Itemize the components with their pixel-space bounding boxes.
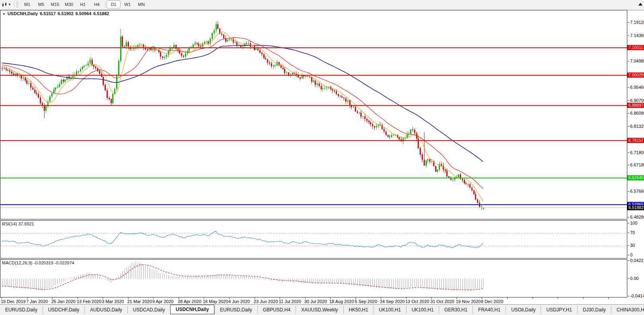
tab-usdcnh-daily[interactable]: USDCNH,Daily: [170, 305, 214, 314]
price-tick-label: 6.95460: [630, 85, 644, 90]
date-tick: [558, 297, 558, 299]
date-tick: [583, 297, 584, 299]
macd-tick-label: 0.042275: [630, 258, 644, 263]
candlestick-glyph: [2, 2, 7, 7]
hline-price-label: 6.88897: [627, 103, 644, 108]
date-label: 13 Feb 2020: [77, 299, 101, 304]
price-tick-label: 7.19120: [630, 20, 644, 25]
timeframe-button-h1[interactable]: H1: [76, 0, 90, 8]
chart-type-icon[interactable]: [1, 2, 8, 7]
mt4-window: ▼ M1M5M15M30H1H4D1W1MN ▼USDCNH,Daily6.51…: [0, 0, 644, 315]
hline-price-label: 6.62646: [627, 175, 644, 180]
date-label: 9 Apr 2020: [152, 299, 173, 304]
tab-eurusd-daily[interactable]: EURUSD,Daily: [214, 306, 257, 314]
rsi-canvas[interactable]: [0, 221, 627, 258]
tab-ger30-h1[interactable]: GER30,H1: [439, 306, 473, 314]
tab-usdcad-daily[interactable]: USDCAD,Daily: [127, 306, 170, 314]
rsi-tick-label: 0: [630, 252, 632, 257]
date-tick: [608, 297, 609, 299]
date-tick: [507, 297, 508, 299]
chevron-down-icon[interactable]: ▼: [8, 3, 11, 6]
chart-symbol: USDCNH,Daily: [8, 11, 38, 16]
macd-label: MACD(12,26,9) -0.020319 -0.022974: [2, 260, 74, 265]
price-tick-label: 6.57660: [630, 189, 644, 194]
date-label: 8 Dec 2020: [481, 299, 503, 304]
date-label: 21 Mar 2020: [127, 299, 152, 304]
price-chart-canvas[interactable]: [0, 10, 627, 219]
tab-usdchf-daily[interactable]: USDCHF,Daily: [43, 306, 85, 314]
tab-fra40-h1[interactable]: FRA40,H1: [473, 306, 506, 314]
chart-title: ▼USDCNH,Daily6.515176.519026.509646.5188…: [2, 11, 109, 16]
toolbar-separator: [14, 1, 14, 8]
ohlc-low: 6.50964: [76, 11, 91, 16]
tab-gbpusd-h4[interactable]: GBPUSD,H4: [257, 306, 296, 314]
rsi-tick-label: 100: [630, 221, 637, 225]
tab-dj30-daily[interactable]: DJ30,Daily: [577, 306, 611, 314]
price-tick-label: 7.14360: [630, 33, 644, 38]
rsi-label: RSI(14) 37.6921: [2, 221, 34, 226]
hline-price-label: 7.00029: [627, 72, 644, 78]
timeframe-button-m5[interactable]: M5: [34, 0, 48, 8]
macd-tick-label: 0.00: [630, 276, 638, 281]
timeframe-button-mn[interactable]: MN: [134, 0, 148, 8]
bid-price-label: 6.51882: [627, 205, 644, 210]
toolbar-separator: [105, 1, 105, 8]
date-label: 25 Jan 2020: [51, 299, 76, 304]
tab-audusd-daily[interactable]: AUDUSD,Daily: [84, 306, 127, 314]
date-label: 24 Sep 2020: [380, 299, 405, 304]
timeframe-button-d1[interactable]: D1: [107, 0, 121, 8]
tab-eurusd-daily[interactable]: EURUSD,Daily: [0, 306, 43, 314]
rsi-tick-label: 70: [630, 230, 635, 235]
date-label: 3 Mar 2020: [102, 299, 124, 304]
timeframe-button-m1[interactable]: M1: [20, 0, 34, 8]
tab-hk50-h1[interactable]: HK50,H1: [343, 306, 374, 314]
timeframe-button-w1[interactable]: W1: [121, 0, 134, 8]
toolbar-overflow-icon[interactable]: [638, 3, 642, 6]
date-label: 31 Oct 2020: [430, 299, 454, 304]
date-label: 19 Dec 2019: [1, 299, 25, 304]
tab-usoil-daily[interactable]: USOil,Daily: [506, 306, 541, 314]
chart-tab-bar: EURUSD,DailyUSDCHF,DailyAUDUSD,DailyUSDC…: [0, 304, 644, 315]
price-tick-label: 7.04980: [630, 59, 644, 63]
ohlc-open: 6.51517: [40, 11, 56, 16]
toolbar-grip[interactable]: [16, 1, 18, 8]
macd-tick-label: -0.04148: [630, 293, 644, 298]
date-label: 5 Sep 2020: [355, 299, 377, 304]
date-label: 4 Jun 2020: [228, 299, 250, 304]
price-tick-label: 6.90700: [630, 98, 644, 103]
tab-china300-h1[interactable]: CHINA300,H1: [611, 306, 644, 314]
price-tick-label: 6.71800: [630, 150, 644, 155]
date-label: 11 Jul 2020: [279, 299, 301, 304]
hline-price-label: 7.10011: [627, 45, 644, 50]
collapse-arrow-icon[interactable]: ▼: [2, 12, 6, 16]
price-tick-label: 6.48280: [630, 215, 644, 219]
tab-xauusd-weekly[interactable]: XAUUSD,Weekly: [296, 306, 343, 314]
tab-uk100-h1[interactable]: UK100,H1: [406, 306, 439, 314]
date-label: 16 May 2020: [203, 299, 228, 304]
timeframe-toolbar: ▼ M1M5M15M30H1H4D1W1MN: [0, 0, 644, 9]
date-tick: [533, 297, 533, 299]
timeframe-button-m30[interactable]: M30: [62, 0, 76, 8]
rsi-tick-label: 30: [630, 243, 635, 248]
hline-price-label: 6.76157: [627, 138, 644, 143]
price-tick-label: 6.86080: [630, 111, 644, 115]
date-label: 18 Aug 2020: [329, 299, 354, 304]
tab-usdjpy-h1[interactable]: USDJPY,H1: [541, 306, 577, 314]
timeframe-button-h4[interactable]: H4: [90, 0, 104, 8]
tab-uk100-h1[interactable]: UK100,H1: [373, 306, 406, 314]
date-label: 13 Oct 2020: [405, 299, 429, 304]
date-label: 28 Apr 2020: [178, 299, 201, 304]
timeframe-button-m15[interactable]: M15: [48, 0, 62, 8]
date-label: 19 Nov 2020: [456, 299, 481, 304]
ohlc-close: 6.51882: [93, 11, 109, 16]
price-tick-label: 6.81320: [630, 124, 644, 129]
date-label: 23 Jun 2020: [254, 299, 278, 304]
date-label: 7 Jan 2020: [26, 299, 48, 304]
price-tick-label: 6.67180: [630, 162, 644, 167]
ohlc-high: 6.51902: [58, 11, 74, 16]
macd-canvas[interactable]: [0, 260, 627, 297]
date-label: 30 Jul 2020: [304, 299, 327, 304]
